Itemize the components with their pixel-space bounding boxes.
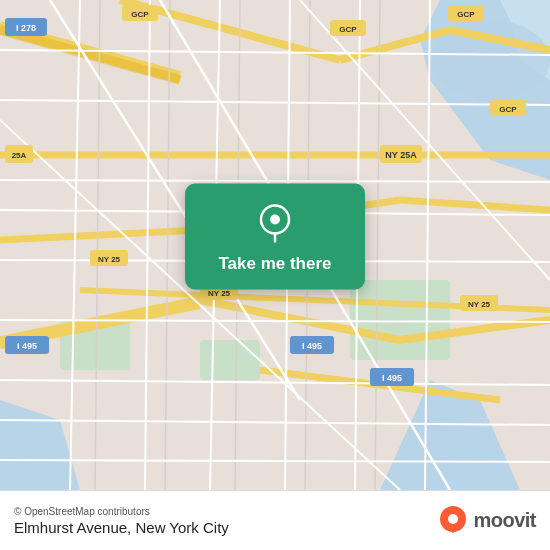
svg-text:GCP: GCP <box>499 105 517 114</box>
take-me-there-button[interactable]: Take me there <box>218 254 331 274</box>
svg-text:NY 25: NY 25 <box>208 289 231 298</box>
svg-text:NY 25: NY 25 <box>468 300 491 309</box>
location-name: Elmhurst Avenue, New York City <box>14 519 229 536</box>
svg-text:GCP: GCP <box>131 10 149 19</box>
map-container: I 278 GCP GCP GCP NY 25A 25A NY 25 NY 25… <box>0 0 550 490</box>
location-pin-icon <box>253 202 297 246</box>
bottom-bar: © OpenStreetMap contributors Elmhurst Av… <box>0 490 550 550</box>
svg-text:I 495: I 495 <box>382 373 402 383</box>
svg-point-77 <box>270 215 280 225</box>
svg-text:NY 25: NY 25 <box>98 255 121 264</box>
svg-point-80 <box>448 514 458 524</box>
svg-text:25A: 25A <box>12 151 27 160</box>
attribution: © OpenStreetMap contributors <box>14 506 229 517</box>
popup-card[interactable]: Take me there <box>185 184 365 290</box>
svg-text:I 278: I 278 <box>16 23 36 33</box>
svg-text:NY 25A: NY 25A <box>385 150 417 160</box>
svg-text:I 495: I 495 <box>17 341 37 351</box>
svg-text:GCP: GCP <box>339 25 357 34</box>
moovit-logo[interactable]: moovit <box>437 505 536 537</box>
svg-text:I 495: I 495 <box>302 341 322 351</box>
moovit-text: moovit <box>473 509 536 532</box>
svg-rect-8 <box>200 340 260 380</box>
svg-text:GCP: GCP <box>457 10 475 19</box>
moovit-icon <box>437 505 469 537</box>
bottom-left: © OpenStreetMap contributors Elmhurst Av… <box>14 506 229 536</box>
